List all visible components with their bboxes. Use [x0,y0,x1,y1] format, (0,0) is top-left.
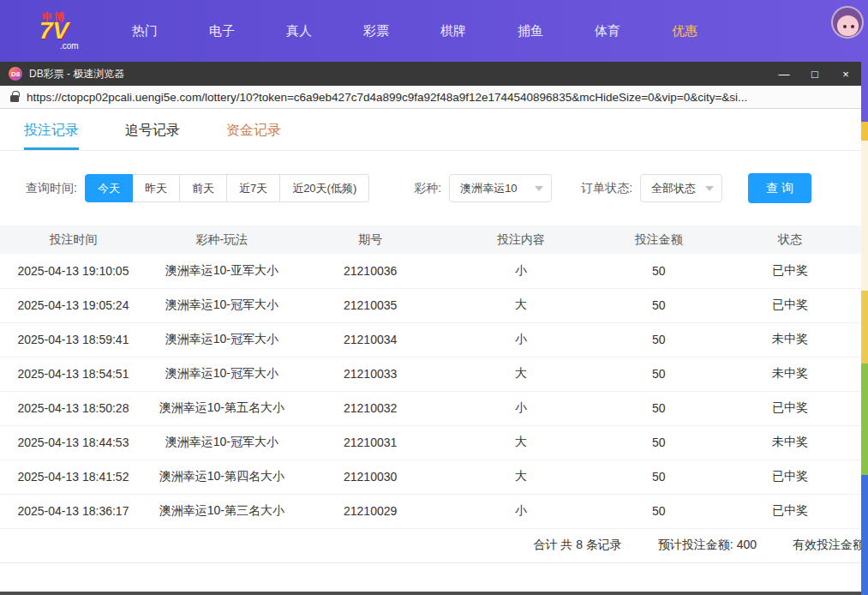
order-status-filter-label: 订单状态: [581,181,632,196]
main-nav: 热门 电子 真人 彩票 棋牌 捕鱼 体育 优惠 [106,0,723,62]
time-option-2days-ago[interactable]: 前天 [179,174,227,202]
window-titlebar: D8 DB彩票 - 极速浏览器 — □ × [0,62,861,86]
cell-status: 未中奖 [719,425,861,460]
col-header-amount: 投注金额 [598,225,719,254]
minimize-button[interactable]: — [769,62,799,86]
logo-text-com: .com [60,41,79,51]
tab-chase-records[interactable]: 追号记录 [125,109,180,150]
nav-item-lottery[interactable]: 彩票 [338,0,415,62]
cell-amount: 50 [598,254,719,288]
close-button[interactable]: × [830,62,861,86]
table-row: 2025-04-13 18:59:41 澳洲幸运10-冠军大小 21210034… [0,322,861,357]
screen: 申博 7V .com 热门 电子 真人 彩票 棋牌 捕鱼 体育 优惠 D8 DB… [0,0,868,595]
table-header-row: 投注时间 彩种-玩法 期号 投注内容 投注金额 状态 [0,225,861,254]
cell-content: 小 [444,494,599,528]
order-status-select[interactable]: 全部状态 [640,174,722,202]
site-header: 申博 7V .com 热门 电子 真人 彩票 棋牌 捕鱼 体育 优惠 [0,0,868,62]
cell-amount: 50 [598,288,719,322]
cell-bet-time: 2025-04-13 19:05:24 [0,288,147,322]
nav-item-fishing[interactable]: 捕鱼 [492,0,569,62]
time-option-7days[interactable]: 近7天 [226,174,280,202]
cell-game-play: 澳洲幸运10-第三名大小 [147,494,297,528]
window-controls: — □ × [769,62,861,86]
tab-bet-records[interactable]: 投注记录 [24,109,79,150]
cell-status: 未中奖 [719,322,861,357]
cell-amount: 50 [598,425,719,460]
cell-status: 未中奖 [719,357,861,391]
cell-status: 已中奖 [719,494,861,528]
table-row: 2025-04-13 18:54:51 澳洲幸运10-冠军大小 21210033… [0,357,861,391]
cell-bet-time: 2025-04-13 19:10:05 [0,254,147,288]
cell-content: 小 [444,322,599,357]
url-text[interactable]: https://ctopcp02pcali.uengi5e.com/lotter… [27,91,747,104]
cell-bet-time: 2025-04-13 18:36:17 [0,494,147,528]
table-row: 2025-04-13 18:41:52 澳洲幸运10-第四名大小 2121003… [0,460,861,494]
address-bar[interactable]: https://ctopcp02pcali.uengi5e.com/lotter… [0,86,861,109]
table-row: 2025-04-13 18:36:17 澳洲幸运10-第三名大小 2121002… [0,494,861,528]
lottery-filter-label: 彩种: [414,181,441,196]
cell-content: 小 [444,254,599,288]
cell-game-play: 澳洲幸运10-冠军大小 [147,288,297,322]
summary-valid-amount: 有效投注金额 [793,538,861,553]
table-summary: 合计 共 8 条记录 预计投注金额: 400 有效投注金额 [0,529,861,563]
chevron-down-icon [535,186,543,191]
cell-bet-time: 2025-04-13 18:59:41 [0,322,147,357]
cell-issue: 21210031 [297,425,444,460]
table-row: 2025-04-13 18:50:28 澳洲幸运10-第五名大小 2121003… [0,391,861,425]
cell-issue: 21210036 [297,254,444,288]
record-tabs: 投注记录 追号记录 资金记录 [0,109,861,151]
nav-item-live[interactable]: 真人 [260,0,338,62]
background-page-sliver [861,62,868,595]
nav-item-slots[interactable]: 电子 [183,0,260,62]
cell-issue: 21210032 [297,391,444,425]
nav-item-cards[interactable]: 棋牌 [415,0,492,62]
cell-status: 已中奖 [719,391,861,425]
cell-issue: 21210035 [297,288,444,322]
tab-fund-records[interactable]: 资金记录 [226,109,281,150]
user-avatar[interactable] [831,6,864,39]
summary-total-count: 合计 共 8 条记录 [533,538,621,553]
time-option-yesterday[interactable]: 昨天 [132,174,180,202]
cell-issue: 21210029 [297,494,444,528]
cell-game-play: 澳洲幸运10-第四名大小 [147,460,297,494]
nav-item-hot[interactable]: 热门 [106,0,183,62]
cell-content: 大 [444,357,599,391]
query-button[interactable]: 查询 [748,173,811,203]
site-logo[interactable]: 申博 7V .com [39,9,94,52]
cell-status: 已中奖 [719,254,861,288]
lottery-select-value: 澳洲幸运10 [460,181,517,196]
col-header-bet-time: 投注时间 [0,225,147,254]
browser-window: D8 DB彩票 - 极速浏览器 — □ × https://ctopcp02pc… [0,62,861,595]
window-bottom-edge [0,592,861,595]
time-option-today[interactable]: 今天 [85,174,133,202]
summary-expected-amount: 预计投注金额: 400 [658,538,757,553]
cell-amount: 50 [598,494,719,528]
cell-amount: 50 [598,391,719,425]
lottery-select[interactable]: 澳洲幸运10 [449,174,552,202]
cell-content: 大 [444,288,599,322]
time-option-20days[interactable]: 近20天(低频) [279,174,369,202]
cell-game-play: 澳洲幸运10-冠军大小 [147,357,297,391]
cell-issue: 21210034 [297,322,444,357]
order-status-select-value: 全部状态 [651,181,696,196]
cell-status: 已中奖 [719,460,861,494]
cell-status: 已中奖 [719,288,861,322]
window-title: DB彩票 - 极速浏览器 [29,67,124,81]
page-content: 投注记录 追号记录 资金记录 查询时间: 今天 昨天 前天 近7天 近20天(低… [0,109,861,594]
bet-records-table: 投注时间 彩种-玩法 期号 投注内容 投注金额 状态 2025-04-13 19… [0,225,861,529]
nav-item-promo[interactable]: 优惠 [646,0,723,62]
cell-content: 大 [444,425,599,460]
lock-icon [10,95,19,102]
cell-content: 小 [444,391,599,425]
cell-content: 大 [444,460,599,494]
time-filter-group: 今天 昨天 前天 近7天 近20天(低频) [85,174,369,202]
time-filter-label: 查询时间: [26,181,77,196]
cell-bet-time: 2025-04-13 18:50:28 [0,391,147,425]
cell-amount: 50 [598,357,719,391]
nav-item-sports[interactable]: 体育 [569,0,646,62]
filter-bar: 查询时间: 今天 昨天 前天 近7天 近20天(低频) 彩种: 澳洲幸运10 订… [0,151,861,225]
app-icon: D8 [9,67,22,81]
maximize-button[interactable]: □ [799,62,830,86]
col-header-game-play: 彩种-玩法 [147,225,297,254]
cell-issue: 21210033 [297,357,444,391]
